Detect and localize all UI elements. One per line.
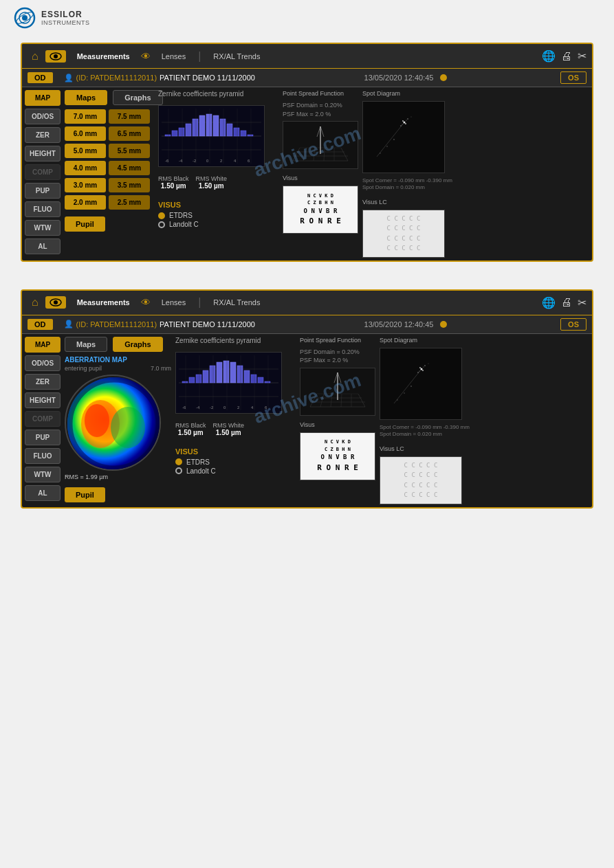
sidebar-pup[interactable]: PUP: [25, 183, 61, 199]
size-4.5[interactable]: 4.5 mm: [109, 161, 150, 175]
size-2.5[interactable]: 2.5 mm: [109, 195, 150, 210]
psf-svg-2: [303, 369, 372, 414]
rms-white-label-2: RMS White: [213, 422, 245, 429]
aberration-map-container: ABERRATION MAP entering pupil 7.0 mm: [65, 356, 171, 480]
size-5.5[interactable]: 5.5 mm: [109, 144, 150, 158]
settings-icon[interactable]: ✂: [578, 49, 586, 63]
sidebar-fluo-2[interactable]: FLUO: [25, 448, 61, 464]
os-badge[interactable]: OS: [560, 71, 586, 84]
svg-line-54: [377, 122, 404, 157]
sidebar-fluo[interactable]: FLUO: [25, 201, 61, 217]
rms-row-1: RMS Black 1.50 µm RMS White 1.50 µm: [158, 175, 278, 190]
sidebar-al-2[interactable]: AL: [25, 485, 61, 501]
sidebar-comp[interactable]: COMP: [25, 164, 61, 180]
nav-measurements-tab[interactable]: Measurements: [69, 49, 138, 63]
od-badge[interactable]: OD: [28, 72, 53, 83]
size-7.5[interactable]: 7.5 mm: [109, 109, 150, 124]
nav-measurements-tab-2[interactable]: Measurements: [69, 296, 138, 309]
size-6.5[interactable]: 6.5 mm: [109, 126, 150, 141]
landolt-radio-dot-2: [175, 467, 182, 474]
landolt-radio[interactable]: Landolt C: [158, 221, 278, 228]
sidebar-al[interactable]: AL: [25, 238, 61, 254]
od-badge-2[interactable]: OD: [28, 319, 53, 330]
pupil-button-2[interactable]: Pupil: [65, 487, 105, 502]
patient-name: PATIENT DEMO 11/11/2000: [160, 74, 255, 82]
svg-rect-75: [203, 370, 208, 383]
nav-lenses-tab[interactable]: Lenses: [153, 49, 194, 63]
size-3.0[interactable]: 3.0 mm: [65, 178, 106, 192]
os-badge-2[interactable]: OS: [560, 318, 586, 331]
globe-icon[interactable]: 🌐: [542, 49, 556, 63]
sidebar-odos[interactable]: OD/OS: [25, 109, 61, 124]
logo-text: ESSILOR INSTRUMENTS: [41, 10, 90, 26]
svg-point-52: [407, 118, 408, 120]
psf-visus-col-1: Point Spread Function PSF Domain = 0.20%…: [283, 90, 358, 258]
nav-bar-2: ⌂ Measurements 👁 Lenses | RX/AL Trends 🌐…: [22, 291, 592, 315]
nav-rxal-tab[interactable]: RX/AL Trends: [205, 49, 268, 63]
sidebar-zer-2[interactable]: ZER: [25, 374, 61, 390]
tab-row-1: Maps Graphs: [65, 90, 154, 105]
rms-black-box: RMS Black 1.50 µm: [158, 175, 189, 190]
rms-white-box-2: RMS White 1.50 µm: [213, 422, 245, 436]
sidebar-height-2[interactable]: HEIGHT: [25, 392, 61, 408]
size-2.0[interactable]: 2.0 mm: [65, 195, 106, 210]
svg-rect-78: [223, 361, 229, 383]
size-6.0[interactable]: 6.0 mm: [65, 126, 106, 141]
eye-button-2[interactable]: [45, 296, 66, 309]
sidebar-wtw[interactable]: WTW: [25, 220, 61, 236]
size-5.0[interactable]: 5.0 mm: [65, 144, 106, 158]
sidebar-map-2[interactable]: MAP: [25, 337, 61, 353]
sidebar-zer[interactable]: ZER: [25, 127, 61, 143]
svg-line-41: [303, 148, 307, 161]
nav-rxal-tab-2[interactable]: RX/AL Trends: [205, 296, 268, 309]
size-row-4: 4.0 mm 4.5 mm: [65, 161, 154, 175]
svg-point-60: [411, 117, 412, 118]
globe-icon-2[interactable]: 🌐: [542, 296, 556, 309]
size-7.0[interactable]: 7.0 mm: [65, 109, 106, 124]
logo-area: ESSILOR INSTRUMENTS: [0, 0, 614, 36]
maps-tab[interactable]: Maps: [65, 90, 107, 105]
divider-1: |: [198, 50, 201, 63]
visus-title-2: VISUS: [175, 447, 296, 456]
center-data-1: Zernike coefficients pyramid: [158, 90, 278, 258]
sidebar-map[interactable]: MAP: [25, 90, 61, 106]
svg-rect-79: [230, 362, 236, 383]
eye-button[interactable]: [45, 50, 66, 63]
record-indicator: [440, 74, 447, 81]
svg-rect-11: [179, 128, 184, 136]
print-icon-2[interactable]: 🖨: [561, 296, 572, 309]
svg-rect-20: [241, 131, 246, 136]
etdrs-radio-2[interactable]: ETDRS: [175, 458, 296, 466]
svg-point-62: [54, 300, 58, 304]
psf-visus-col-2: Point Spread Function PSF Domain = 0.20%…: [300, 337, 375, 504]
aber-subtitle2: 7.0 mm: [151, 365, 171, 372]
svg-point-119: [404, 392, 404, 393]
sidebar-height[interactable]: HEIGHT: [25, 146, 61, 162]
home-icon[interactable]: ⌂: [28, 47, 43, 65]
eye-icon-3: [50, 298, 62, 307]
graphs-tab-2[interactable]: Graphs: [113, 337, 163, 352]
record-indicator-2: [440, 321, 447, 328]
sidebar-wtw-2[interactable]: WTW: [25, 467, 61, 482]
landolt-radio-2[interactable]: Landolt C: [175, 467, 296, 475]
home-icon-2[interactable]: ⌂: [28, 293, 43, 311]
graphs-tab[interactable]: Graphs: [113, 90, 163, 105]
etdrs-radio[interactable]: ETDRS: [158, 212, 278, 219]
print-icon[interactable]: 🖨: [561, 50, 572, 63]
svg-rect-14: [199, 115, 205, 136]
patient-bar-2: OD 👤 (ID: PATDEM11112011) PATIENT DEMO 1…: [22, 315, 592, 334]
settings-icon-2[interactable]: ✂: [578, 296, 586, 309]
panel-1: archive.com ⌂ Measurements 👁 Lenses | RX…: [21, 43, 593, 262]
sidebar-pup-2[interactable]: PUP: [25, 430, 61, 445]
visus-text-1: N C V K D C Z B H N O N V B R R O N R E: [300, 192, 341, 227]
maps-tab-2[interactable]: Maps: [65, 337, 107, 352]
sidebar-comp-2[interactable]: COMP: [25, 411, 61, 427]
svg-point-55: [393, 139, 395, 140]
size-4.0[interactable]: 4.0 mm: [65, 161, 106, 175]
sidebar-odos-2[interactable]: OD/OS: [25, 355, 61, 371]
size-3.5[interactable]: 3.5 mm: [109, 178, 150, 192]
nav-lenses-tab-2[interactable]: Lenses: [153, 296, 194, 309]
pupil-button-1[interactable]: Pupil: [65, 216, 105, 232]
psf-image-1: [283, 121, 358, 169]
rms-black-label-2: RMS Black: [175, 422, 206, 429]
